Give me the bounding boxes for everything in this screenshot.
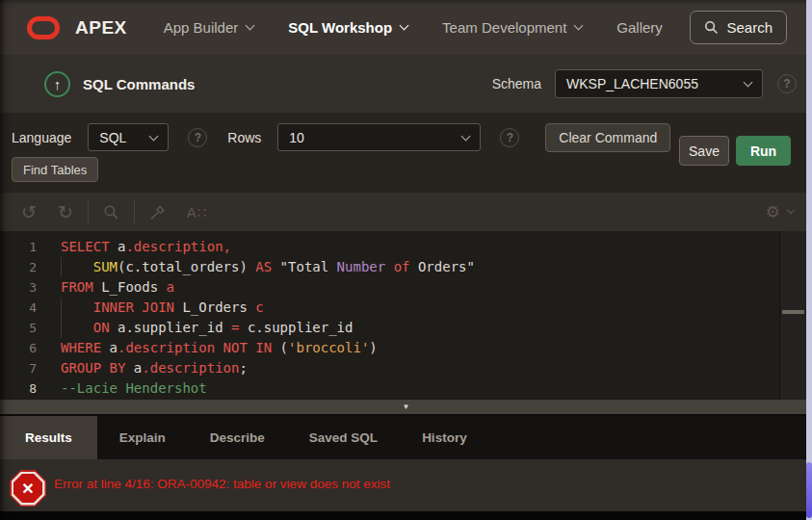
line-number: 5	[0, 318, 42, 338]
nav-item-gallery[interactable]: Gallery	[616, 19, 663, 36]
nav-item-sql-workshop[interactable]: SQL Workshop	[288, 19, 407, 36]
code-line[interactable]: 2 SUM(c.total_orders) AS "Total Number o…	[0, 257, 812, 277]
schema-help-icon[interactable]: ?	[777, 74, 797, 93]
editor-scrollbar-thumb[interactable]	[782, 310, 804, 314]
search-button-label: Search	[726, 19, 773, 36]
line-number: 3	[0, 277, 42, 298]
editor-settings-menu[interactable]: ⚙	[766, 204, 794, 221]
schema-select-value: WKSP_LACHEN6055	[566, 76, 698, 91]
code-text: INNER JOIN L_Orders c	[42, 298, 264, 318]
code-line[interactable]: 6WHERE a.description NOT IN ('broccoli')	[0, 338, 812, 358]
editor-lines: 1SELECT a.description,2 SUM(c.total_orde…	[0, 231, 812, 399]
chevron-down-icon	[246, 21, 255, 31]
chevron-down-icon	[787, 206, 795, 214]
hammer-icon[interactable]	[149, 204, 166, 221]
code-text: GROUP BY a.description;	[42, 358, 248, 378]
search-button[interactable]: Search	[690, 11, 787, 44]
chevron-down-icon	[400, 21, 409, 31]
code-text: FROM L_Foods a	[42, 277, 174, 298]
apex-sql-commands-window: APEX App BuilderSQL WorkshopTeam Develop…	[0, 0, 812, 520]
editor-toolbar: ↺ ↻ A∷ ⚙	[0, 193, 812, 231]
top-nav-bar: APEX App BuilderSQL WorkshopTeam Develop…	[0, 0, 812, 55]
pane-splitter[interactable]: ▼	[0, 400, 812, 414]
editor-scrollbar[interactable]	[779, 231, 806, 400]
language-select-value: SQL	[99, 130, 126, 145]
autocomplete-icon[interactable]: A∷	[187, 205, 208, 220]
run-button[interactable]: Run	[736, 136, 791, 166]
splitter-handle-icon: ▼	[403, 403, 410, 411]
line-number: 7	[0, 358, 42, 378]
chevron-down-icon	[574, 21, 584, 31]
indent-guide	[61, 257, 62, 277]
rows-select[interactable]: 10	[277, 123, 481, 151]
up-arrow-icon[interactable]: ↑	[44, 71, 70, 97]
results-tab-bar: ResultsExplainDescribeSaved SQLHistory	[0, 414, 812, 459]
line-number: 1	[0, 237, 42, 257]
redo-icon[interactable]: ↻	[58, 203, 73, 221]
rows-help-icon[interactable]: ?	[500, 128, 519, 147]
brand-apex[interactable]: APEX	[75, 17, 127, 39]
indent-guide	[61, 298, 62, 318]
nav-item-team-development[interactable]: Team Development	[442, 19, 582, 36]
command-controls: Language SQL ? Rows 10 ? Clear Command S…	[0, 113, 812, 193]
line-number: 2	[0, 257, 42, 277]
code-line[interactable]: 8--Lacie Hendershot	[0, 378, 812, 399]
schema-label: Schema	[492, 76, 541, 91]
controls-row: Language SQL ? Rows 10 ? Clear Command S…	[12, 122, 800, 152]
code-text: SUM(c.total_orders) AS "Total Number of …	[42, 257, 475, 277]
language-help-icon[interactable]: ?	[188, 128, 207, 147]
schema-select[interactable]: WKSP_LACHEN6055	[555, 69, 763, 98]
code-text: WHERE a.description NOT IN ('broccoli')	[42, 338, 378, 358]
code-line[interactable]: 5 ON a.supplier_id = c.supplier_id	[0, 318, 812, 338]
line-number: 8	[0, 378, 42, 399]
code-text: SELECT a.description,	[42, 237, 231, 257]
gear-icon: ⚙	[766, 204, 780, 221]
sql-code-editor[interactable]: 1SELECT a.description,2 SUM(c.total_orde…	[0, 231, 812, 400]
rows-select-value: 10	[289, 130, 304, 145]
oracle-logo-icon[interactable]	[27, 16, 60, 39]
tab-describe[interactable]: Describe	[188, 416, 287, 459]
code-line[interactable]: 4 INNER JOIN L_Orders c	[0, 298, 812, 318]
code-line[interactable]: 7GROUP BY a.description;	[0, 358, 812, 378]
code-text: ON a.supplier_id = c.supplier_id	[42, 318, 353, 338]
code-text: --Lacie Hendershot	[42, 378, 207, 399]
tab-history[interactable]: History	[400, 416, 489, 459]
line-number: 4	[0, 298, 42, 318]
page-title: SQL Commands	[83, 76, 195, 92]
toolbar-divider	[134, 200, 135, 223]
toolbar-divider	[88, 200, 89, 223]
undo-icon[interactable]: ↺	[21, 203, 37, 221]
search-icon	[704, 20, 719, 35]
language-select[interactable]: SQL	[88, 123, 169, 151]
save-button[interactable]: Save	[679, 136, 729, 166]
window-scrollbar-thumb[interactable]	[806, 462, 812, 518]
error-stop-icon: ✕	[10, 470, 46, 507]
rows-label: Rows	[227, 130, 261, 145]
bottom-edge	[0, 511, 812, 520]
line-number: 6	[0, 338, 42, 358]
tab-saved-sql[interactable]: Saved SQL	[287, 416, 400, 459]
results-panel: ✕ Error at line 4/16: ORA-00942: table o…	[0, 459, 812, 511]
find-icon[interactable]	[103, 204, 119, 221]
error-message: Error at line 4/16: ORA-00942: table or …	[54, 477, 390, 491]
find-tables-button[interactable]: Find Tables	[12, 157, 98, 182]
page-header-bar: ↑ SQL Commands Schema WKSP_LACHEN6055 ?	[0, 55, 812, 113]
indent-guide	[61, 318, 62, 338]
chevron-down-icon	[744, 78, 753, 88]
nav-item-app-builder[interactable]: App Builder	[164, 19, 254, 36]
code-line[interactable]: 3FROM L_Foods a	[0, 277, 812, 298]
main-nav: App BuilderSQL WorkshopTeam DevelopmentG…	[164, 19, 663, 36]
clear-command-button[interactable]: Clear Command	[545, 123, 670, 152]
chevron-down-icon	[461, 131, 471, 141]
chevron-down-icon	[149, 131, 159, 141]
tab-explain[interactable]: Explain	[97, 416, 188, 459]
language-label: Language	[12, 130, 71, 145]
code-line[interactable]: 1SELECT a.description,	[0, 237, 812, 257]
window-scrollbar[interactable]	[806, 0, 812, 520]
tab-results[interactable]: Results	[0, 416, 97, 459]
